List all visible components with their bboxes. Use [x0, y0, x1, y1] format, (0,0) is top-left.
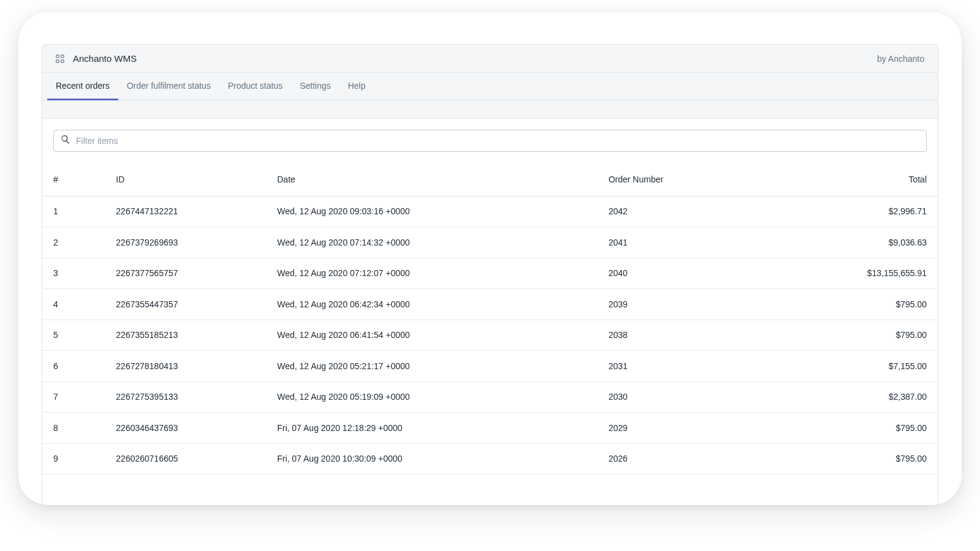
cell-date: Wed, 12 Aug 2020 05:21:17 +0000: [266, 351, 597, 381]
cell-id: 2267355447357: [105, 289, 266, 320]
cell-total: $795.00: [777, 320, 938, 351]
svg-rect-2: [56, 59, 59, 62]
search-icon: [60, 134, 71, 148]
filter-box[interactable]: [53, 130, 927, 152]
app-frame: Anchanto WMS by Anchanto Recent ordersOr…: [18, 12, 962, 505]
cell-total: $9,036.63: [777, 227, 938, 258]
cell-order_number: 2029: [597, 413, 776, 443]
cell-id: 2267377565757: [105, 258, 266, 289]
cell-order_number: 2030: [597, 382, 776, 413]
cell-id: 2267379269693: [105, 227, 266, 258]
orders-table: # ID Date Order Number Total 12267447132…: [42, 163, 938, 474]
cell-index: 5: [42, 320, 105, 351]
cell-total: $2,387.00: [777, 382, 938, 413]
by-label: by Anchanto: [877, 54, 924, 64]
cell-total: $795.00: [777, 413, 938, 443]
tab-product-status[interactable]: Product status: [219, 73, 292, 100]
table-row[interactable]: 12267447132221Wed, 12 Aug 2020 09:03:16 …: [42, 197, 938, 228]
orders-table-head: # ID Date Order Number Total: [42, 163, 938, 197]
title-left: Anchanto WMS: [56, 53, 137, 64]
cell-date: Fri, 07 Aug 2020 12:18:29 +0000: [266, 413, 597, 443]
cell-id: 2260346437693: [105, 413, 266, 443]
tabs: Recent ordersOrder fulfilment statusProd…: [42, 72, 938, 100]
table-row[interactable]: 92260260716605Fri, 07 Aug 2020 10:30:09 …: [42, 444, 938, 475]
cell-date: Wed, 12 Aug 2020 07:12:07 +0000: [266, 258, 597, 289]
cell-total: $2,996.71: [777, 197, 938, 227]
cell-date: Wed, 12 Aug 2020 07:14:32 +0000: [266, 227, 597, 258]
col-header-total[interactable]: Total: [777, 163, 938, 196]
tab-recent-orders[interactable]: Recent orders: [47, 73, 118, 100]
filter-row: [42, 119, 938, 152]
cell-order_number: 2026: [597, 444, 776, 474]
app-inner: Anchanto WMS by Anchanto Recent ordersOr…: [42, 44, 938, 505]
filter-input[interactable]: [76, 136, 920, 146]
cell-total: $795.00: [777, 444, 938, 474]
cell-index: 6: [42, 351, 105, 381]
col-header-date[interactable]: Date: [266, 163, 597, 196]
table-row[interactable]: 32267377565757Wed, 12 Aug 2020 07:12:07 …: [42, 258, 938, 290]
cell-date: Wed, 12 Aug 2020 06:42:34 +0000: [266, 289, 597, 320]
cell-order_number: 2041: [597, 227, 776, 258]
cell-order_number: 2038: [597, 320, 776, 351]
table-row[interactable]: 72267275395133Wed, 12 Aug 2020 05:19:09 …: [42, 382, 938, 413]
tab-order-fulfilment-status[interactable]: Order fulfilment status: [118, 73, 219, 100]
cell-id: 2267355185213: [105, 320, 266, 351]
cell-index: 3: [42, 258, 105, 289]
cell-order_number: 2039: [597, 289, 776, 320]
cell-date: Wed, 12 Aug 2020 09:03:16 +0000: [266, 197, 597, 227]
cell-order_number: 2040: [597, 258, 776, 289]
svg-rect-0: [56, 54, 59, 57]
tab-help[interactable]: Help: [339, 73, 374, 100]
cell-index: 1: [42, 197, 105, 227]
cell-id: 2267447132221: [105, 197, 266, 227]
cell-order_number: 2042: [597, 197, 776, 227]
cell-date: Wed, 12 Aug 2020 05:19:09 +0000: [266, 382, 597, 413]
cell-total: $7,155.00: [777, 351, 938, 381]
cell-id: 2267275395133: [105, 382, 266, 413]
tab-settings[interactable]: Settings: [291, 73, 339, 100]
apps-icon: [56, 54, 64, 63]
col-header-id[interactable]: ID: [105, 163, 266, 196]
table-row[interactable]: 62267278180413Wed, 12 Aug 2020 05:21:17 …: [42, 351, 938, 382]
table-row[interactable]: 82260346437693Fri, 07 Aug 2020 12:18:29 …: [42, 413, 938, 444]
cell-order_number: 2031: [597, 351, 776, 381]
svg-rect-1: [61, 54, 64, 57]
cell-id: 2260260716605: [105, 444, 266, 474]
table-row[interactable]: 22267379269693Wed, 12 Aug 2020 07:14:32 …: [42, 227, 938, 258]
orders-table-body: 12267447132221Wed, 12 Aug 2020 09:03:16 …: [42, 197, 938, 475]
col-header-index[interactable]: #: [42, 163, 105, 196]
svg-rect-3: [61, 59, 64, 62]
content: # ID Date Order Number Total 12267447132…: [42, 100, 938, 505]
orders-card: # ID Date Order Number Total 12267447132…: [42, 119, 938, 505]
cell-date: Fri, 07 Aug 2020 10:30:09 +0000: [266, 444, 597, 474]
app-title: Anchanto WMS: [73, 53, 137, 64]
cell-date: Wed, 12 Aug 2020 06:41:54 +0000: [266, 320, 597, 351]
cell-index: 8: [42, 413, 105, 443]
cell-index: 7: [42, 382, 105, 413]
table-row[interactable]: 42267355447357Wed, 12 Aug 2020 06:42:34 …: [42, 289, 938, 320]
titlebar: Anchanto WMS by Anchanto: [42, 44, 938, 72]
table-row[interactable]: 52267355185213Wed, 12 Aug 2020 06:41:54 …: [42, 320, 938, 351]
cell-index: 9: [42, 444, 105, 474]
col-header-order-number[interactable]: Order Number: [597, 163, 776, 196]
cell-total: $795.00: [777, 289, 938, 320]
cell-total: $13,155,655.91: [777, 258, 938, 289]
cell-id: 2267278180413: [105, 351, 266, 381]
cell-index: 2: [42, 227, 105, 258]
cell-index: 4: [42, 289, 105, 320]
